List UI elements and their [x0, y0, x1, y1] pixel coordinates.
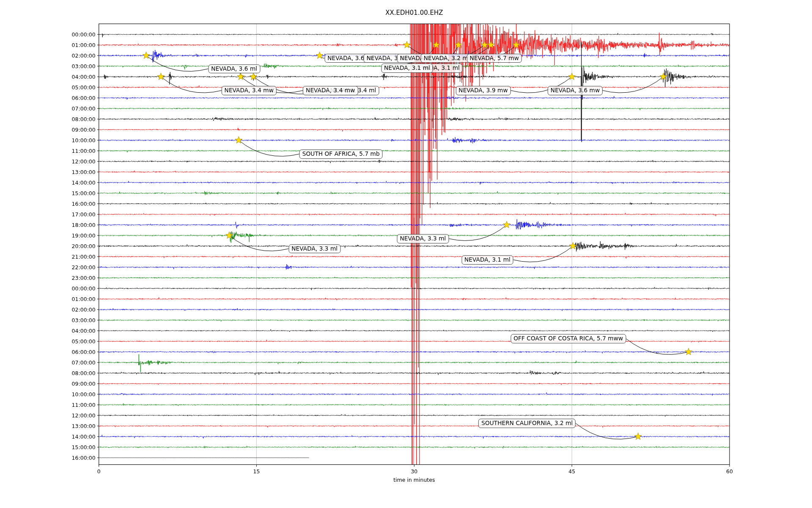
- row-time-label: 05:00:00: [13, 338, 96, 345]
- row-time-label: 16:00:00: [13, 455, 96, 461]
- row-time-label: 17:00:00: [13, 211, 96, 218]
- x-tick-label: 60: [726, 468, 733, 475]
- row-time-label: 09:00:00: [13, 381, 96, 387]
- row-time-label: 08:00:00: [13, 116, 96, 122]
- row-time-label: 16:00:00: [13, 201, 96, 207]
- row-time-label: 21:00:00: [13, 254, 96, 260]
- x-axis-title: time in minutes: [393, 477, 435, 483]
- chart-title: XX.EDH01.00.EHZ: [385, 9, 443, 17]
- row-time-label: 01:00:00: [13, 42, 96, 48]
- row-time-label: 07:00:00: [13, 105, 96, 112]
- row-time-label: 13:00:00: [13, 423, 96, 429]
- row-time-label: 05:00:00: [13, 84, 96, 91]
- row-time-label: 13:00:00: [13, 169, 96, 175]
- x-tick-label: 0: [97, 468, 101, 475]
- row-time-label: 01:00:00: [13, 296, 96, 302]
- row-time-label: 06:00:00: [13, 95, 96, 101]
- row-time-label: 08:00:00: [13, 370, 96, 376]
- seismogram-figure: XX.EDH01.00.EHZ 00:00:0001:00:0002:00:00…: [0, 0, 812, 508]
- row-time-label: 15:00:00: [13, 190, 96, 196]
- row-time-label: 10:00:00: [13, 391, 96, 398]
- row-time-label: 12:00:00: [13, 158, 96, 165]
- row-time-label: 06:00:00: [13, 349, 96, 355]
- x-tick-label: 15: [253, 468, 260, 475]
- row-time-label: 07:00:00: [13, 359, 96, 366]
- row-time-label: 10:00:00: [13, 137, 96, 144]
- row-time-label: 18:00:00: [13, 222, 96, 228]
- row-time-label: 04:00:00: [13, 74, 96, 80]
- row-time-label: 00:00:00: [13, 31, 96, 38]
- row-time-label: 12:00:00: [13, 412, 96, 419]
- row-time-label: 11:00:00: [13, 402, 96, 408]
- row-time-label: 11:00:00: [13, 148, 96, 154]
- row-time-label: 19:00:00: [13, 232, 96, 239]
- row-time-label: 03:00:00: [13, 63, 96, 69]
- row-time-label: 22:00:00: [13, 264, 96, 271]
- row-time-label: 23:00:00: [13, 275, 96, 281]
- x-tick-label: 45: [568, 468, 575, 475]
- row-time-label: 20:00:00: [13, 243, 96, 249]
- seismogram-canvas: [0, 0, 812, 508]
- row-time-label: 00:00:00: [13, 285, 96, 292]
- row-time-label: 04:00:00: [13, 328, 96, 334]
- x-tick-label: 30: [411, 468, 417, 475]
- row-time-label: 09:00:00: [13, 127, 96, 133]
- row-time-label: 02:00:00: [13, 306, 96, 313]
- row-time-label: 02:00:00: [13, 52, 96, 59]
- row-time-label: 14:00:00: [13, 179, 96, 186]
- row-time-label: 15:00:00: [13, 444, 96, 450]
- row-time-label: 03:00:00: [13, 317, 96, 323]
- row-time-label: 14:00:00: [13, 433, 96, 440]
